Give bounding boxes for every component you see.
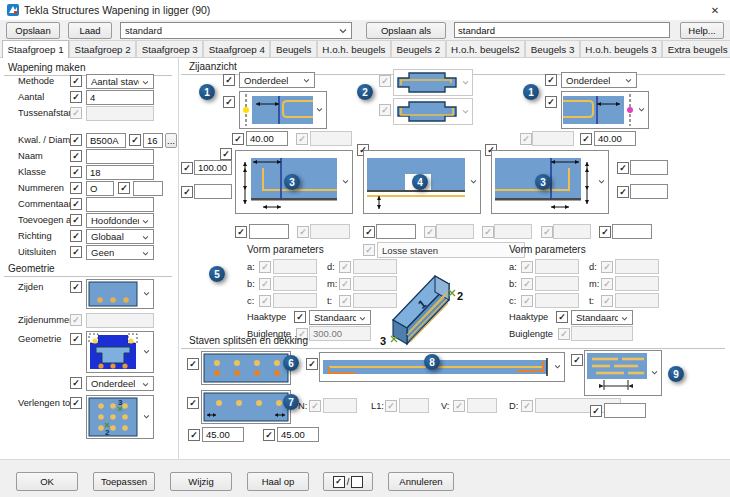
- preset-name-input[interactable]: [454, 22, 670, 38]
- tab-staafgroep-2[interactable]: Staafgroep 2: [69, 40, 136, 57]
- verlengen-picture-select[interactable]: 3 2: [86, 395, 154, 439]
- uitsluiten-select[interactable]: Geen: [86, 245, 154, 260]
- methode-checkbox[interactable]: ✓: [70, 75, 82, 87]
- verlengen-mode-select[interactable]: Onderdeel: [86, 376, 154, 391]
- haaktype-right-checkbox[interactable]: ✓: [556, 311, 568, 323]
- verlengen-checkbox[interactable]: ✓: [70, 397, 82, 409]
- apply-button[interactable]: Toepassen: [93, 472, 155, 491]
- richting-select[interactable]: Globaal: [86, 229, 154, 244]
- cancel-button[interactable]: Annuleren: [388, 472, 454, 491]
- klasse-input[interactable]: [86, 165, 154, 180]
- kwal-checkbox[interactable]: ✓: [70, 134, 82, 146]
- nummeren-prefix-input[interactable]: [86, 181, 114, 196]
- uitsluiten-checkbox[interactable]: ✓: [70, 246, 82, 258]
- methode-select[interactable]: Aantal staven: [86, 74, 154, 89]
- splice-picture-select[interactable]: [319, 352, 565, 382]
- close-button[interactable]: ✕: [700, 0, 730, 20]
- tab-beugels-3[interactable]: Beugels 3: [525, 40, 580, 57]
- layers-picture-checkbox[interactable]: ✓: [187, 358, 199, 370]
- tab-staafgroep-1[interactable]: Staafgroep 1: [2, 40, 69, 58]
- left-anchor-type-checkbox[interactable]: ✓: [223, 96, 235, 108]
- ok-button[interactable]: OK: [16, 472, 78, 491]
- stagger-picture-checkbox[interactable]: ✓: [571, 354, 583, 366]
- zijden-picture-select[interactable]: [86, 279, 154, 309]
- right-anchor-mode-checkbox[interactable]: ✓: [545, 74, 557, 86]
- tab-hoh-beugels2[interactable]: H.o.h. beugels2: [446, 40, 526, 57]
- tab-staafgroep-4[interactable]: Staafgroep 4: [203, 40, 270, 57]
- right-anchor-type-checkbox[interactable]: ✓: [545, 96, 557, 108]
- right-anchor-mode-select[interactable]: Onderdeel: [561, 72, 637, 88]
- geometrie-checkbox[interactable]: ✓: [70, 333, 82, 345]
- stagger-value-input[interactable]: [604, 403, 646, 418]
- left-anchor-mode-checkbox[interactable]: ✓: [223, 74, 235, 86]
- right-side-offset2-input[interactable]: [630, 184, 668, 199]
- cover-left-input[interactable]: [202, 427, 244, 442]
- right-side-offset1-checkbox[interactable]: ✓: [617, 162, 629, 174]
- nummeren-checkbox[interactable]: ✓: [70, 182, 82, 194]
- toggle-all-checkboxes-button[interactable]: ✓/: [323, 472, 373, 491]
- right-side-offset1-input[interactable]: [630, 160, 668, 175]
- under-right-offset-checkbox[interactable]: ✓: [599, 226, 611, 238]
- preset-select[interactable]: standard: [120, 22, 352, 39]
- verlengen-mode-checkbox[interactable]: ✓: [70, 377, 82, 389]
- zijden-checkbox[interactable]: ✓: [70, 281, 82, 293]
- nummeren-start-checkbox[interactable]: ✓: [118, 182, 130, 194]
- toevoegen-select[interactable]: Hoofdonderdeel: [86, 213, 154, 228]
- left-side-offset2-input[interactable]: [194, 184, 232, 199]
- commentaar-checkbox[interactable]: ✓: [70, 198, 82, 210]
- modify-button[interactable]: Wijzig: [170, 472, 232, 491]
- tab-beugels[interactable]: Beugels: [270, 40, 316, 57]
- help-button[interactable]: Help...: [680, 22, 724, 39]
- diam-input[interactable]: [143, 133, 163, 148]
- aantal-input[interactable]: [86, 90, 154, 105]
- tab-staafgroep-3[interactable]: Staafgroep 3: [136, 40, 203, 57]
- under-left-offset-checkbox[interactable]: ✓: [235, 226, 247, 238]
- right-side-offset2-checkbox[interactable]: ✓: [617, 186, 629, 198]
- cover-right-checkbox[interactable]: ✓: [263, 429, 275, 441]
- splice-picture-checkbox[interactable]: ✓: [306, 358, 318, 370]
- haaktype-left-select[interactable]: Standaard: [309, 310, 371, 325]
- right-top-offset-checkbox[interactable]: ✓: [580, 133, 592, 145]
- stagger-picture-select[interactable]: [584, 350, 662, 396]
- nummeren-start-input[interactable]: [133, 181, 163, 196]
- left-image-enable-checkbox[interactable]: ✓: [220, 148, 232, 160]
- cover-right-input[interactable]: [277, 427, 319, 442]
- under-right-offset-input[interactable]: [612, 224, 652, 239]
- left-anchor-picture-select[interactable]: [239, 91, 327, 129]
- stagger-value-checkbox[interactable]: ✓: [590, 405, 602, 417]
- richting-checkbox[interactable]: ✓: [70, 230, 82, 242]
- haaktype-right-select[interactable]: Standaard: [571, 310, 633, 325]
- grade-input[interactable]: [86, 133, 126, 148]
- aantal-checkbox[interactable]: ✓: [70, 91, 82, 103]
- get-button[interactable]: Haal op: [247, 472, 309, 491]
- save-as-button[interactable]: Opslaan als: [366, 22, 446, 39]
- bar-layers-picture-select[interactable]: [201, 351, 291, 385]
- naam-input[interactable]: [86, 149, 154, 164]
- under-mid-offset-input[interactable]: [376, 224, 416, 239]
- right-top-offset-input[interactable]: [594, 131, 636, 146]
- save-button[interactable]: Opslaan: [6, 22, 60, 39]
- under-mid-offset-checkbox[interactable]: ✓: [363, 226, 375, 238]
- left-side-offset1-input[interactable]: [194, 160, 232, 175]
- diam-checkbox[interactable]: ✓: [129, 134, 141, 146]
- right-anchor-picture-select[interactable]: [561, 91, 649, 129]
- cover-picture-checkbox[interactable]: ✓: [187, 397, 199, 409]
- tab-extra-beugels[interactable]: Extra beugels: [662, 40, 730, 57]
- left-side-offset2-checkbox[interactable]: ✓: [181, 186, 193, 198]
- geometrie-picture-select[interactable]: [86, 331, 154, 373]
- haaktype-left-checkbox[interactable]: ✓: [294, 311, 306, 323]
- tab-hoh-beugels[interactable]: H.o.h. beugels: [317, 40, 391, 57]
- load-button[interactable]: Laad: [68, 22, 112, 39]
- left-top-offset-checkbox[interactable]: ✓: [232, 133, 244, 145]
- left-anchor-mode-select[interactable]: Onderdeel: [239, 72, 315, 88]
- naam-checkbox[interactable]: ✓: [70, 150, 82, 162]
- commentaar-input[interactable]: [86, 197, 154, 212]
- klasse-checkbox[interactable]: ✓: [70, 166, 82, 178]
- left-top-offset-input[interactable]: [246, 131, 288, 146]
- cover-picture-select[interactable]: [201, 390, 291, 424]
- cover-left-checkbox[interactable]: ✓: [188, 429, 200, 441]
- tab-beugels-2[interactable]: Beugels 2: [391, 40, 446, 57]
- browse-button[interactable]: ...: [165, 133, 177, 148]
- tab-hoh-beugels-3[interactable]: H.o.h. beugels 3: [580, 40, 662, 57]
- under-left-offset-input[interactable]: [249, 224, 289, 239]
